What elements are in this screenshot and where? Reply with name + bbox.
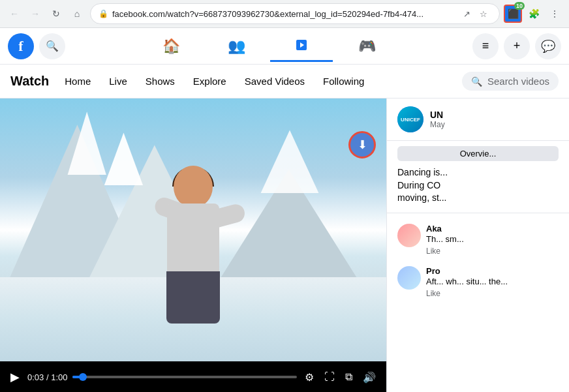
watch-shows-button[interactable]: Shows: [138, 72, 183, 91]
comment-item-2: Pro Aft... wh... situ... the... Like: [387, 261, 569, 303]
settings-button[interactable]: ⚙: [302, 369, 316, 386]
home-button[interactable]: ⌂: [68, 5, 86, 23]
comment-text-2: Aft... wh... situ... the...: [426, 276, 559, 288]
channel-text: UN May: [430, 110, 559, 129]
nav-home-button[interactable]: 🏠: [140, 31, 202, 62]
child-pants: [166, 271, 220, 324]
watch-bar: Watch Home Live Shows Explore Saved Vide…: [0, 65, 569, 98]
comment-name-2: Pro: [426, 266, 559, 276]
star-icon[interactable]: ☆: [476, 6, 491, 22]
comment-body-1: Aka Th... sm... Like: [426, 224, 559, 256]
extension-icon: ⬛: [508, 8, 519, 19]
menu-button[interactable]: ≡: [472, 33, 499, 59]
share-icon[interactable]: ↗: [459, 6, 474, 22]
messenger-button[interactable]: 💬: [535, 33, 561, 59]
search-icon: 🔍: [471, 76, 482, 87]
watch-live-button[interactable]: Live: [101, 72, 135, 91]
more-options-icon[interactable]: ⋮: [546, 5, 564, 23]
watch-explore-button[interactable]: Explore: [185, 72, 234, 91]
fullscreen-button[interactable]: ⛶: [322, 369, 337, 385]
back-button[interactable]: ←: [5, 5, 23, 23]
description-line-2: During CO: [397, 179, 559, 192]
video-container[interactable]: ⬇: [0, 98, 386, 361]
download-button[interactable]: ⬇: [348, 131, 376, 158]
comments-area: Aka Th... sm... Like Pro Aft... wh... si…: [387, 213, 569, 392]
facebook-logo[interactable]: f: [8, 33, 34, 59]
comment-text-1: Th... sm...: [426, 234, 559, 245]
current-time: 0:03: [27, 372, 44, 382]
watch-saved-button[interactable]: Saved Videos: [237, 72, 313, 91]
total-time: 1:00: [51, 372, 67, 382]
child-head: [174, 166, 213, 208]
child-body: [167, 204, 219, 275]
channel-avatar: UNICEF: [397, 106, 423, 132]
progress-dot: [79, 373, 87, 381]
comment-name-1: Aka: [426, 224, 559, 234]
address-bar-actions: ↗ ☆: [459, 6, 491, 22]
main-content: ⬇ ▶ 0:03 / 1:00 ⚙ ⛶ ⧉ 🔊: [0, 98, 569, 392]
comment-avatar-1: [397, 224, 421, 247]
comment-item: Aka Th... sm... Like: [387, 219, 569, 261]
time-display: 0:03 / 1:00: [27, 372, 67, 382]
top-navigation: f 🔍 🏠 👥 🎮 ≡ + 💬: [0, 28, 569, 65]
address-text: facebook.com/watch?v=668737093962730&ext…: [112, 9, 455, 19]
watch-following-button[interactable]: Following: [315, 72, 372, 91]
nav-gaming-button[interactable]: 🎮: [335, 31, 398, 62]
nav-friends-button[interactable]: 👥: [205, 31, 268, 62]
channel-name: UN: [430, 110, 559, 120]
progress-fill: [72, 376, 84, 378]
play-button[interactable]: ▶: [8, 367, 22, 387]
download-icon: ⬇: [358, 138, 367, 152]
search-text: Search videos: [487, 76, 549, 87]
comment-like-1[interactable]: Like: [426, 247, 559, 256]
extension-button[interactable]: ⬛ 10: [504, 5, 522, 23]
extensions-icon[interactable]: 🧩: [525, 5, 543, 23]
add-button[interactable]: +: [504, 33, 530, 59]
video-area: ⬇ ▶ 0:03 / 1:00 ⚙ ⛶ ⧉ 🔊: [0, 98, 386, 392]
overview-button[interactable]: Overvie...: [397, 146, 559, 161]
description-line-3: moving, st...: [397, 192, 559, 205]
watch-search[interactable]: 🔍 Search videos: [462, 72, 559, 91]
description-area: Dancing is... During CO moving, st...: [387, 166, 569, 213]
nav-center: 🏠 👥 🎮: [65, 31, 472, 62]
comment-avatar-2: [397, 266, 421, 290]
avatar-inner: UNICEF: [397, 106, 423, 132]
nav-watch-button[interactable]: [270, 31, 333, 62]
comment-body-2: Pro Aft... wh... situ... the... Like: [426, 266, 559, 298]
channel-info: UNICEF UN May: [387, 98, 569, 141]
channel-date: May: [430, 120, 559, 129]
unicef-logo: UNICEF: [401, 117, 420, 123]
watch-home-button[interactable]: Home: [57, 72, 99, 91]
browser-nav-buttons: ← → ↻ ⌂: [5, 5, 86, 23]
video-controls: ▶ 0:03 / 1:00 ⚙ ⛶ ⧉ 🔊: [0, 361, 386, 392]
browser-chrome: ← → ↻ ⌂ 🔒 facebook.com/watch?v=668737093…: [0, 0, 569, 28]
refresh-button[interactable]: ↻: [47, 5, 65, 23]
right-sidebar: UNICEF UN May Overvie... Dancing is... D…: [386, 98, 569, 392]
description-line-1: Dancing is...: [397, 166, 559, 179]
nav-right: ≡ + 💬: [472, 33, 561, 59]
forward-button[interactable]: →: [26, 5, 44, 23]
child-figure: [134, 166, 252, 348]
extension-badge: 10: [514, 2, 525, 10]
address-bar[interactable]: 🔒 facebook.com/watch?v=668737093962730&e…: [90, 3, 500, 24]
volume-button[interactable]: 🔊: [360, 369, 378, 386]
facebook-app: f 🔍 🏠 👥 🎮 ≡ + 💬 Watch Home Live Shows Ex…: [0, 28, 569, 392]
comment-like-2[interactable]: Like: [426, 289, 559, 298]
search-button[interactable]: 🔍: [39, 33, 65, 59]
progress-bar[interactable]: [72, 376, 297, 378]
video-thumbnail: [0, 98, 386, 361]
lock-icon: 🔒: [99, 9, 108, 18]
watch-title: Watch: [10, 74, 49, 89]
pip-button[interactable]: ⧉: [343, 369, 355, 385]
browser-actions: ⬛ 10 🧩 ⋮: [504, 5, 564, 23]
